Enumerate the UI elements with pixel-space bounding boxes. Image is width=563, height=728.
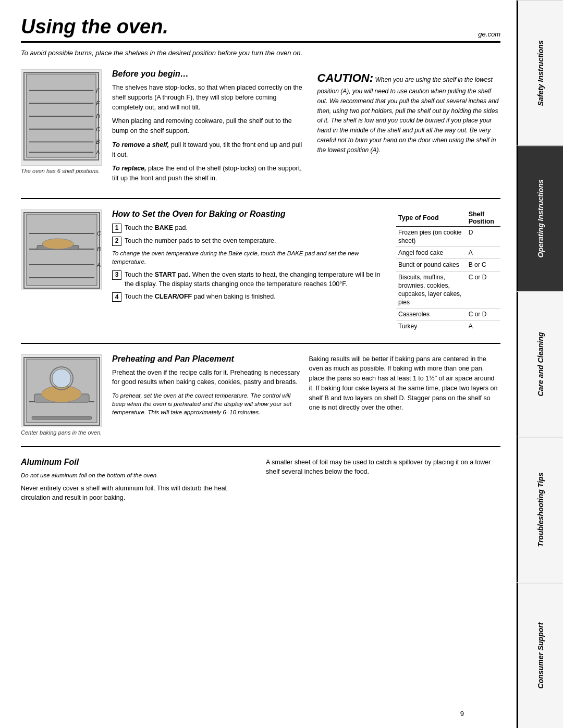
sidebar-tabs: Safety Instructions Operating Instructio…	[517, 0, 563, 728]
svg-point-24	[42, 239, 74, 249]
remove-label: To remove a shelf,	[112, 141, 169, 149]
svg-point-31	[52, 369, 71, 388]
table-row: CasserolesC or D	[396, 309, 500, 320]
foil-para2: A smaller sheet of foil may be used to c…	[266, 458, 500, 477]
preheating-right-text: Baking results will be better if baking …	[309, 354, 501, 417]
food-table: Type of Food Shelf Position Frozen pies …	[396, 209, 500, 332]
shelf-cell: C or D	[467, 309, 500, 320]
step-3-text: Touch the START pad. When the oven start…	[125, 270, 391, 289]
step-2: 2 Touch the number pads to set the oven …	[112, 236, 391, 246]
divider-3	[21, 446, 500, 447]
table-row: Biscuits, muffins, brownies, cookies, cu…	[396, 271, 500, 309]
food-cell: Turkey	[396, 320, 467, 332]
table-header-shelf: Shelf Position	[467, 209, 500, 227]
caution-title: CAUTION:	[317, 71, 374, 84]
step-4: 4 Touch the CLEAR/OFF pad when baking is…	[112, 292, 391, 302]
step-num-4: 4	[112, 292, 121, 302]
baking-heading: How to Set the Oven for Baking or Roasti…	[112, 209, 391, 219]
right-sidebar: Safety Instructions Operating Instructio…	[516, 0, 563, 728]
section-preheating: Center baking pans in the oven. Preheati…	[21, 350, 500, 440]
before-begin-text: Before you begin… The shelves have stop-…	[112, 69, 304, 188]
food-cell: Biscuits, muffins, brownies, cookies, cu…	[396, 271, 467, 309]
page-title: Using the oven.	[21, 16, 168, 38]
svg-text:C: C	[97, 230, 101, 237]
shelf-cell: A	[467, 320, 500, 332]
foil-para1: Never entirely cover a shelf with alumin…	[21, 484, 255, 503]
preheating-caption: Center baking pans in the oven.	[21, 429, 107, 436]
preheating-para2: Baking results will be better if baking …	[309, 354, 501, 413]
svg-point-29	[42, 386, 81, 402]
page-header: Using the oven. ge.com	[21, 16, 500, 43]
remove-shelf-text: To remove a shelf, pull it toward you, t…	[112, 140, 304, 160]
svg-text:A: A	[96, 262, 101, 268]
replace-shelf-text: To replace, place the end of the shelf (…	[112, 164, 304, 183]
shelf-cell: B or C	[467, 259, 500, 271]
svg-text:C: C	[96, 126, 100, 132]
shelf-cell: A	[467, 247, 500, 259]
svg-text:D: D	[96, 113, 100, 119]
step-list-2: 3 Touch the START pad. When the oven sta…	[112, 270, 391, 302]
foil-right-col: A smaller sheet of foil may be used to c…	[266, 458, 500, 508]
table-header-food: Type of Food	[396, 209, 467, 227]
baking-steps: How to Set the Oven for Baking or Roasti…	[112, 209, 391, 305]
preheating-note: To preheat, set the oven at the correct …	[112, 391, 304, 416]
food-cell: Angel food cake	[396, 247, 467, 259]
section-before-begin: F E D C B A The oven has 6 shelf positio…	[21, 65, 500, 192]
sidebar-tab-operating[interactable]: Operating Instructions	[517, 145, 563, 291]
svg-text:A: A	[95, 149, 100, 155]
before-begin-para1: The shelves have stop-locks, so that whe…	[112, 83, 304, 112]
step-3: 3 Touch the START pad. When the oven sta…	[112, 270, 391, 289]
section-aluminum-foil: Aluminum Foil Do not use aluminum foil o…	[21, 453, 500, 512]
step-4-text: Touch the CLEAR/OFF pad when baking is f…	[125, 292, 276, 302]
step-num-3: 3	[112, 270, 121, 280]
food-cell: Casseroles	[396, 309, 467, 320]
svg-text:E: E	[96, 100, 100, 106]
svg-text:B: B	[96, 139, 100, 145]
intro-text: To avoid possible burns, place the shelv…	[21, 49, 500, 57]
shelf-diagram: F E D C B A	[21, 69, 102, 166]
preheating-para1: Preheat the oven if the recipe calls for…	[112, 368, 304, 388]
step-num-1: 1	[112, 224, 121, 233]
step-num-2: 2	[112, 237, 121, 246]
preheating-heading: Preheating and Pan Placement	[112, 354, 304, 364]
preheating-image-col: Center baking pans in the oven.	[21, 354, 107, 436]
sidebar-tab-consumer[interactable]: Consumer Support	[517, 583, 563, 728]
foil-note-italic: Do not use aluminum foil on the bottom o…	[21, 471, 255, 479]
sidebar-tab-troubleshooting[interactable]: Troubleshooting Tips	[517, 437, 563, 582]
shelf-cell: D	[467, 226, 500, 246]
table-row: Frozen pies (on cookie sheet)D	[396, 226, 500, 246]
shelf-image-col: F E D C B A The oven has 6 shelf positio…	[21, 69, 107, 174]
baking-image-col: C B A	[21, 209, 107, 290]
caution-box: CAUTION: When you are using the shelf in…	[317, 69, 501, 159]
foil-left-col: Aluminum Foil Do not use aluminum foil o…	[21, 458, 255, 508]
step-list: 1 Touch the BAKE pad. 2 Touch the number…	[112, 223, 391, 246]
sidebar-tab-care[interactable]: Care and Cleaning	[517, 291, 563, 437]
caution-text: CAUTION: When you are using the shelf in…	[317, 69, 501, 155]
food-cell: Bundt or pound cakes	[396, 259, 467, 271]
replace-label: To replace,	[112, 165, 146, 172]
preheating-left-text: Preheating and Pan Placement Preheat the…	[112, 354, 304, 421]
step-1: 1 Touch the BAKE pad.	[112, 223, 391, 233]
caution-body: When you are using the shelf in the lowe…	[317, 76, 499, 154]
before-begin-heading: Before you begin…	[112, 69, 304, 79]
table-row: Angel food cakeA	[396, 247, 500, 259]
food-cell: Frozen pies (on cookie sheet)	[396, 226, 467, 246]
step-2-text: Touch the number pads to set the oven te…	[125, 236, 276, 246]
shelf-cell: C or D	[467, 271, 500, 309]
sidebar-tab-safety[interactable]: Safety Instructions	[517, 0, 563, 145]
svg-text:B: B	[97, 246, 101, 252]
section-baking: C B A How to Set the Oven for Baking or …	[21, 205, 500, 337]
food-table-col: Type of Food Shelf Position Frozen pies …	[396, 209, 500, 332]
before-begin-para2: When placing and removing cookware, pull…	[112, 116, 304, 136]
step2-note: To change the oven temperature during th…	[112, 249, 391, 266]
page-number: 9	[460, 710, 464, 718]
website-label: ge.com	[478, 30, 500, 38]
svg-rect-32	[32, 416, 92, 419]
step-1-text: Touch the BAKE pad.	[125, 223, 188, 233]
preheating-diagram	[21, 354, 102, 427]
svg-text:F: F	[96, 88, 100, 94]
divider-1	[21, 198, 500, 199]
shelf-image-caption: The oven has 6 shelf positions.	[21, 168, 107, 174]
table-row: Bundt or pound cakesB or C	[396, 259, 500, 271]
foil-heading: Aluminum Foil	[21, 458, 255, 467]
